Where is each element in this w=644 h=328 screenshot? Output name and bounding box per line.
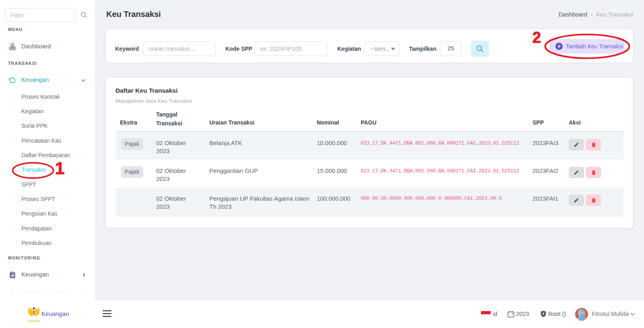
svg-text:unsira: unsira (28, 319, 39, 323)
